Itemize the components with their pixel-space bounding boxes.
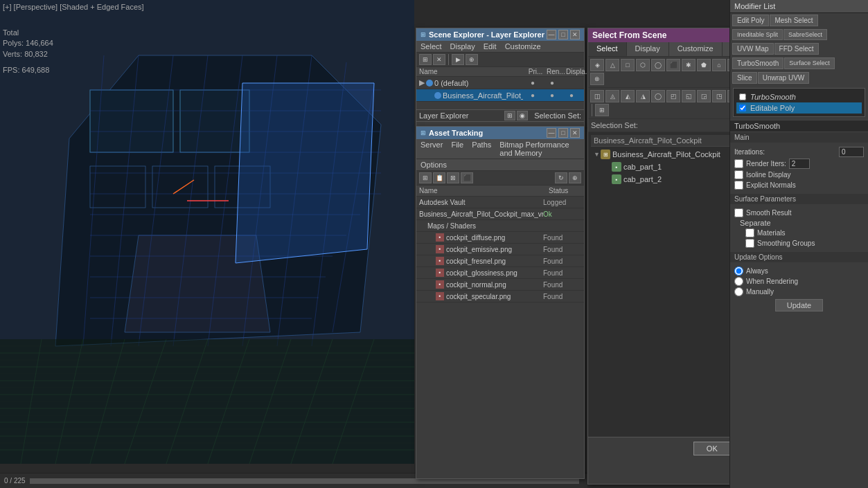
sel-tb-8[interactable]: ⬟ [697, 59, 711, 71]
asset-tb-6[interactable]: ⊕ [569, 172, 581, 183]
ok-button[interactable]: OK [693, 442, 731, 455]
asset-tb-2[interactable]: 📋 [433, 172, 445, 183]
expand-icon-1[interactable]: ▶ [419, 78, 426, 87]
mesh-select-btn[interactable]: Mesh Select [770, 15, 817, 26]
modifier-item-editpoly[interactable]: Editable Poly [736, 102, 862, 114]
sel-tb-2[interactable]: △ [605, 59, 619, 71]
asset-tb-1[interactable]: ⊞ [419, 172, 432, 183]
sel-tb-r2-4[interactable]: ◮ [636, 90, 650, 102]
sel-tb-r2-1[interactable]: ◫ [590, 90, 604, 102]
asset-row-0[interactable]: Autodesk Vault Logged [416, 197, 584, 208]
viewport-stats: Total Polys: 146,664 Verts: 80,832 FPS: … [3, 28, 53, 76]
menu-customize[interactable]: Customize [504, 42, 542, 51]
sabre-select-btn[interactable]: SabreSelect [783, 29, 827, 40]
editpoly-checkbox[interactable] [739, 105, 746, 111]
slice-btn[interactable]: Slice [732, 72, 757, 84]
manually-radio[interactable] [734, 287, 743, 296]
render-iters-check[interactable] [734, 159, 743, 168]
menu-display[interactable]: Display [449, 42, 477, 51]
manually-label: Manually [746, 288, 774, 296]
sel-tb-9[interactable]: ⌂ [712, 59, 726, 71]
iterations-input[interactable] [839, 147, 864, 157]
update-button[interactable]: Update [775, 299, 823, 311]
modifier-btn-row4: TurboSmooth Surface Select [730, 56, 868, 71]
sel-tb-r2-9[interactable]: ◳ [712, 90, 726, 102]
asset-row-4[interactable]: ▪ cockpit_emissive.png Found [416, 244, 584, 255]
asset-row-1[interactable]: Business_Aircraft_Pilot_Cockpit_max_vray… [416, 208, 584, 220]
sel-tb-5[interactable]: ◯ [651, 59, 665, 71]
always-radio[interactable] [734, 266, 743, 275]
tab-select[interactable]: Select [588, 42, 627, 56]
asset-tb-4[interactable]: ⬛ [461, 172, 473, 183]
asset-row-2[interactable]: Maps / Shaders [416, 220, 584, 232]
isoline-check[interactable] [734, 170, 743, 179]
menu-edit[interactable]: Edit [482, 42, 498, 51]
smoothing-check[interactable] [745, 239, 754, 248]
asset-row-5[interactable]: ▪ cockpit_fresnel.png Found [416, 255, 584, 267]
sel-tb-7[interactable]: ✱ [682, 59, 696, 71]
sel-tb-r2-2[interactable]: ◬ [605, 90, 619, 102]
render-iters-input[interactable] [789, 159, 810, 169]
unwrap-uvw-btn[interactable]: Unwrap UVW [758, 72, 810, 84]
sel-tb-r2-3[interactable]: ◭ [621, 90, 635, 102]
asset-controls: — □ ✕ [547, 128, 580, 138]
asset-row-8[interactable]: ▪ cockpit_specular.png Found [416, 291, 584, 302]
uvw-map-btn[interactable]: UVW Map [732, 43, 774, 55]
modifier-item-turbosmooth[interactable]: TurboSmooth [736, 91, 862, 102]
tab-customize[interactable]: Customize [669, 42, 723, 56]
asset-restore-btn[interactable]: □ [558, 128, 568, 138]
asset-menu-file[interactable]: File [450, 140, 465, 158]
ineditable-btn[interactable]: Ineditable Split [732, 29, 783, 40]
ffd-select-btn[interactable]: FFD Select [774, 43, 819, 55]
asset-tb-5[interactable]: ↻ [555, 172, 567, 183]
close-btn[interactable]: ✕ [570, 30, 580, 39]
sel-tb-1[interactable]: ◈ [590, 59, 604, 71]
minimize-btn[interactable]: — [547, 30, 556, 39]
turbosmooth-header[interactable]: TurboSmooth [730, 120, 868, 132]
sel-tb-r2-8[interactable]: ◲ [697, 90, 711, 102]
asset-row-3[interactable]: ▪ cockpit_diffuse.png Found [416, 232, 584, 244]
edit-poly-btn[interactable]: Edit Poly [732, 15, 769, 26]
smooth-result-check[interactable] [734, 208, 743, 217]
asset-close-btn[interactable]: ✕ [570, 128, 580, 138]
asset-row-7[interactable]: ▪ cockpit_normal.png Found [416, 279, 584, 291]
turbosmooth-btn[interactable]: TurboSmooth [732, 57, 783, 69]
sel-tb-r2-7[interactable]: ◱ [682, 90, 696, 102]
tree-row-default[interactable]: ▶ 0 (default) ● ● [416, 77, 584, 89]
explicit-check[interactable] [734, 181, 743, 190]
surface-select-btn[interactable]: Surface Select [784, 57, 835, 69]
asset-tb-3[interactable]: ⊠ [447, 172, 459, 183]
toolbar-btn-4[interactable]: ⊕ [466, 54, 478, 65]
toolbar-btn-1[interactable]: ⊞ [419, 54, 432, 65]
asset-status-5: Found [543, 257, 581, 265]
sel-tb-r2-5[interactable]: ◯ [651, 90, 665, 102]
sel-tb-4[interactable]: ⬡ [636, 59, 650, 71]
asset-menu-options[interactable]: Options [419, 160, 448, 170]
asset-tracking-titlebar: ⊞ Asset Tracking — □ ✕ [416, 127, 584, 139]
sel-tb-r2-14[interactable]: ⊞ [595, 104, 609, 116]
sel-tb-6[interactable]: ⬛ [666, 59, 680, 71]
toolbar-btn-2[interactable]: ✕ [433, 54, 445, 65]
tab-display[interactable]: Display [627, 42, 669, 56]
asset-menu-bitmap[interactable]: Bitmap Performance and Memory [498, 140, 581, 158]
when-render-radio[interactable] [734, 277, 743, 286]
asset-row-6[interactable]: ▪ cockpit_glossiness.png Found [416, 267, 584, 279]
sel-tb-r2-6[interactable]: ◰ [666, 90, 680, 102]
root-label: Business_Aircraft_Pilot_Cockpit [612, 150, 720, 159]
materials-check[interactable] [745, 228, 754, 237]
restore-btn[interactable]: □ [558, 30, 568, 39]
asset-menu-paths[interactable]: Paths [470, 140, 493, 158]
asset-menu-server[interactable]: Server [419, 140, 444, 158]
sel-tb-3[interactable]: □ [621, 59, 635, 71]
toolbar-btn-3[interactable]: ▶ [452, 54, 464, 65]
file-icon-6: ▪ [436, 269, 444, 277]
asset-minimize-btn[interactable]: — [547, 128, 556, 138]
turbosmooth-checkbox[interactable] [739, 93, 746, 100]
layer-bar-btn-1[interactable]: ⊞ [504, 111, 515, 120]
sel-tb-13[interactable]: ⊗ [590, 73, 604, 85]
editpoly-label: Editable Poly [750, 104, 795, 112]
root-expand[interactable]: ▼ [594, 151, 601, 158]
tree-row-cockpit[interactable]: Business_Aircraft_Pilot_Cockpit ● ● ● [416, 89, 584, 102]
menu-select[interactable]: Select [419, 42, 443, 51]
layer-bar-btn-2[interactable]: ◉ [517, 111, 528, 120]
